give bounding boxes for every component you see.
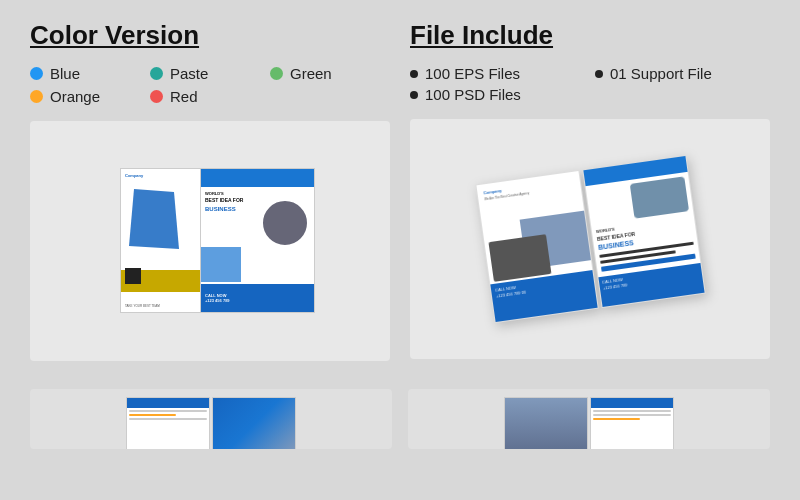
brochure-page-front: WORLD'S BEST IDEA FOR BUSINESS CALL NOW+… <box>200 168 315 313</box>
bullet-support <box>595 70 603 78</box>
color-label-blue: Blue <box>50 65 80 82</box>
blue-shape <box>129 189 179 249</box>
front-header-bar <box>201 169 314 187</box>
front-circle-image <box>261 199 309 247</box>
blue-dot <box>30 67 43 80</box>
file-include-title: File Include <box>410 20 770 51</box>
color-item-blue: Blue <box>30 65 150 82</box>
bc-line-6 <box>593 418 640 420</box>
preview-card-left: Company TAKE YOUR BEST TEAM WORLD'S BEST… <box>30 121 390 361</box>
color-label-green: Green <box>290 65 332 82</box>
bc-line-2 <box>129 414 176 416</box>
left-panel: Color Version Blue Paste Green Orange Re… <box>30 20 390 361</box>
color-item-orange: Orange <box>30 88 150 105</box>
right-panel: File Include 100 EPS Files 01 Support Fi… <box>410 20 770 361</box>
bc-content-2 <box>591 408 673 424</box>
file-label-support: 01 Support File <box>610 65 712 82</box>
bullet-eps <box>410 70 418 78</box>
green-dot <box>270 67 283 80</box>
color-version-title: Color Version <box>30 20 390 51</box>
angled-page-left: Company We Are The Best Creative Agency … <box>475 170 598 323</box>
color-item-red: Red <box>150 88 270 105</box>
bc-line-3 <box>129 418 207 420</box>
bc-line-1 <box>129 410 207 412</box>
color-grid: Blue Paste Green Orange Red <box>30 65 390 105</box>
file-label-eps: 100 EPS Files <box>425 65 520 82</box>
color-label-paste: Paste <box>170 65 208 82</box>
bullet-psd <box>410 91 418 99</box>
bc-header-1 <box>127 398 209 408</box>
file-item-psd: 100 PSD Files <box>410 86 585 103</box>
file-list: 100 EPS Files 01 Support File 100 PSD Fi… <box>410 65 770 103</box>
red-dot <box>150 90 163 103</box>
bottom-card-right <box>408 389 770 449</box>
orange-dot <box>30 90 43 103</box>
file-item-support: 01 Support File <box>595 65 770 82</box>
bc-content-1 <box>127 408 209 424</box>
front-bottom-text: CALL NOW+123 456 789 <box>205 293 230 303</box>
bc-line-4 <box>593 410 671 412</box>
color-label-orange: Orange <box>50 88 100 105</box>
angled-page-right: WORLD'S BEST IDEA FOR BUSINESS CALL NOW+… <box>582 155 705 308</box>
brochure-mockup-left: Company TAKE YOUR BEST TEAM WORLD'S BEST… <box>110 156 310 326</box>
ap-right-photo2 <box>629 176 688 218</box>
color-item-green: Green <box>270 65 390 82</box>
preview-card-right: Company We Are The Best Creative Agency … <box>410 119 770 359</box>
ap-left-team <box>488 234 551 282</box>
bottom-row <box>30 389 770 449</box>
qr-code <box>125 268 141 284</box>
bc-page-4 <box>590 397 674 449</box>
front-accent <box>201 247 241 282</box>
main-container: Color Version Blue Paste Green Orange Re… <box>0 0 800 381</box>
front-bottom-bar: CALL NOW+123 456 789 <box>201 284 314 312</box>
color-label-red: Red <box>170 88 198 105</box>
brochure-angled: Company We Are The Best Creative Agency … <box>475 155 705 323</box>
bc-header-2 <box>591 398 673 408</box>
bc-page-3 <box>504 397 588 449</box>
bc-line-5 <box>593 414 671 416</box>
bottom-card-inner-right <box>504 397 674 449</box>
bottom-card-left <box>30 389 392 449</box>
file-label-psd: 100 PSD Files <box>425 86 521 103</box>
bc-blue-page <box>213 398 295 449</box>
logo-text: Company <box>125 173 143 178</box>
bottom-card-inner-left <box>126 397 296 449</box>
bc-photo-page <box>505 398 587 449</box>
bc-page-1 <box>126 397 210 449</box>
bottom-text: TAKE YOUR BEST TEAM <box>125 304 160 308</box>
paste-dot <box>150 67 163 80</box>
front-text: WORLD'S BEST IDEA FOR BUSINESS <box>205 191 243 214</box>
file-item-eps: 100 EPS Files <box>410 65 585 82</box>
color-item-paste: Paste <box>150 65 270 82</box>
bc-page-2 <box>212 397 296 449</box>
brochure-right-wrap: Company We Are The Best Creative Agency … <box>410 119 770 359</box>
